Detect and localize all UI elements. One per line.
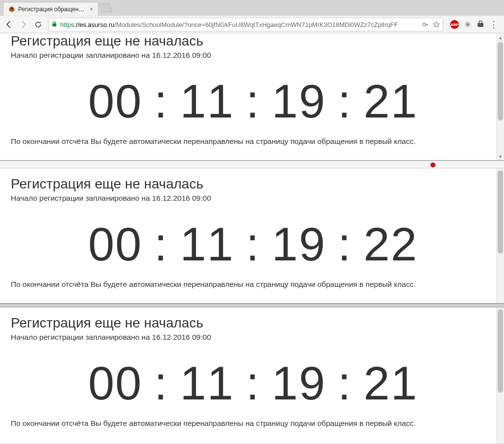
back-button[interactable] bbox=[4, 20, 14, 29]
page-footnote: По окончании отсчёта Вы будете автоматич… bbox=[11, 137, 495, 146]
vertical-scrollbar[interactable] bbox=[496, 168, 504, 303]
address-bar[interactable]: https://es.asurso.ru/Modules/SchoolModul… bbox=[48, 18, 443, 31]
extension-shop-icon[interactable] bbox=[477, 21, 484, 28]
url-text: https://es.asurso.ru/Modules/SchoolModul… bbox=[60, 21, 398, 28]
browser-toolbar: https://es.asurso.ru/Modules/SchoolModul… bbox=[0, 16, 504, 33]
vertical-scrollbar[interactable]: ▴ ▾ bbox=[496, 33, 504, 160]
page-heading: Регистрация еще не началась bbox=[11, 315, 495, 331]
countdown-days: 00 bbox=[88, 356, 143, 410]
countdown-timer: 00 : 11 : 19 : 22 bbox=[11, 206, 495, 280]
browser-menu-button[interactable]: ⋮ bbox=[489, 20, 498, 29]
svg-rect-6 bbox=[478, 23, 483, 27]
page-viewport-1: Регистрация еще не началась Начало регис… bbox=[0, 33, 504, 161]
reload-icon bbox=[34, 21, 42, 28]
page-viewport-3: Регистрация еще не началась Начало регис… bbox=[0, 307, 504, 444]
page-footnote: По окончании отсчёта Вы будете автоматич… bbox=[11, 419, 495, 428]
page-viewport-2: Регистрация еще не началась Начало регис… bbox=[0, 168, 504, 304]
page-subline: Начало регистрации запланировано на 16.1… bbox=[11, 333, 495, 342]
countdown-timer: 00 : 11 : 19 : 21 bbox=[11, 345, 495, 419]
arrow-right-icon bbox=[20, 21, 27, 28]
countdown-sep: : bbox=[245, 356, 261, 410]
page-subline: Начало регистрации запланировано на 16.1… bbox=[11, 51, 495, 60]
countdown-sep: : bbox=[337, 356, 353, 410]
url-scheme: https bbox=[60, 21, 74, 28]
favicon-emblem-icon bbox=[8, 6, 15, 13]
countdown-days: 00 bbox=[88, 74, 143, 128]
countdown-sep: : bbox=[153, 217, 169, 271]
tab-title: Регистрация обращений в bbox=[18, 6, 87, 13]
countdown-seconds: 22 bbox=[363, 217, 418, 271]
url-path: /Modules/SchoolModule/?once=60jfNGkFuU8W… bbox=[115, 21, 398, 28]
star-icon[interactable] bbox=[433, 21, 440, 28]
countdown-minutes: 19 bbox=[272, 217, 326, 271]
page-content-2: Регистрация еще не началась Начало регис… bbox=[0, 176, 504, 289]
scroll-up-icon[interactable]: ▴ bbox=[497, 33, 504, 41]
countdown-sep: : bbox=[245, 217, 261, 271]
page-subline: Начало регистрации запланировано на 16.1… bbox=[11, 194, 495, 203]
countdown-sep: : bbox=[337, 74, 353, 128]
countdown-sep: : bbox=[245, 74, 261, 128]
page-footnote: По окончании отсчёта Вы будете автоматич… bbox=[11, 280, 495, 289]
svg-rect-1 bbox=[10, 9, 14, 11]
lock-icon bbox=[51, 21, 57, 28]
svg-point-3 bbox=[423, 23, 426, 26]
scroll-down-icon[interactable]: ▾ bbox=[497, 152, 504, 160]
browser-toolbar-partial-2 bbox=[0, 161, 504, 168]
countdown-days: 00 bbox=[88, 217, 143, 271]
countdown-minutes: 19 bbox=[272, 356, 326, 410]
reload-button[interactable] bbox=[33, 20, 43, 29]
vertical-scrollbar[interactable] bbox=[496, 307, 504, 444]
page-heading: Регистрация еще не началась bbox=[11, 33, 495, 49]
window-separator bbox=[0, 304, 504, 307]
countdown-minutes: 19 bbox=[272, 74, 326, 128]
tab-strip: Регистрация обращений в × bbox=[0, 0, 504, 16]
scrollbar-thumb[interactable] bbox=[498, 42, 503, 120]
countdown-hours: 11 bbox=[180, 74, 234, 128]
scrollbar-thumb[interactable] bbox=[498, 170, 503, 254]
countdown-hours: 11 bbox=[180, 356, 234, 410]
adblock-icon[interactable]: ABP bbox=[450, 20, 459, 29]
new-tab-button[interactable] bbox=[99, 3, 113, 12]
browser-window-1: Регистрация обращений в × https://es.asu… bbox=[0, 0, 504, 161]
countdown-sep: : bbox=[153, 356, 169, 410]
tab-close-icon[interactable]: × bbox=[90, 6, 93, 13]
extension-gray-icon[interactable] bbox=[464, 21, 472, 28]
countdown-timer: 00 : 11 : 19 : 21 bbox=[11, 63, 495, 137]
url-host: ://es.asurso.ru bbox=[74, 21, 114, 28]
countdown-hours: 11 bbox=[180, 217, 234, 271]
countdown-seconds: 21 bbox=[363, 74, 418, 128]
arrow-left-icon bbox=[5, 21, 13, 28]
svg-point-5 bbox=[467, 23, 469, 26]
forward-button bbox=[19, 20, 28, 29]
key-icon[interactable] bbox=[422, 21, 429, 28]
browser-tab[interactable]: Регистрация обращений в × bbox=[3, 2, 98, 16]
address-bar-actions bbox=[422, 21, 440, 28]
page-content-3: Регистрация еще не началась Начало регис… bbox=[0, 315, 504, 428]
countdown-sep: : bbox=[337, 217, 353, 271]
page-heading: Регистрация еще не началась bbox=[11, 176, 495, 192]
svg-rect-2 bbox=[52, 23, 56, 26]
scrollbar-thumb[interactable] bbox=[498, 309, 503, 393]
page-content-1: Регистрация еще не началась Начало регис… bbox=[0, 33, 504, 146]
countdown-seconds: 21 bbox=[363, 356, 418, 410]
extension-icons: ABP ⋮ bbox=[448, 20, 500, 29]
countdown-sep: : bbox=[153, 74, 169, 128]
